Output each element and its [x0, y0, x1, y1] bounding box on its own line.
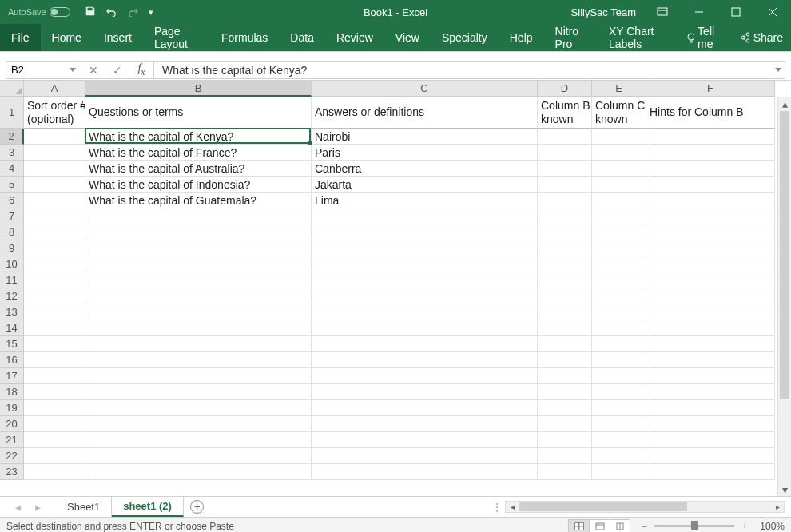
cell[interactable]: What is the capital of Kenya?: [85, 129, 312, 145]
cell[interactable]: [312, 384, 538, 400]
tab-home[interactable]: Home: [41, 24, 93, 51]
row-header-19[interactable]: 19: [0, 400, 24, 416]
cell[interactable]: [646, 240, 775, 256]
cell[interactable]: [538, 400, 592, 416]
tab-data[interactable]: Data: [279, 24, 325, 51]
cell[interactable]: What is the capital of Guatemala?: [85, 193, 312, 208]
sheet-nav-next-icon[interactable]: ▸: [35, 501, 41, 514]
cell[interactable]: [592, 177, 646, 193]
cell[interactable]: [85, 416, 312, 432]
cell[interactable]: [592, 432, 646, 448]
col-header-C[interactable]: C: [312, 81, 538, 97]
cell[interactable]: [538, 352, 592, 368]
worksheet-grid[interactable]: ABCDEF 123456789101112131415161718192021…: [0, 81, 791, 496]
add-sheet-button[interactable]: +: [184, 500, 211, 514]
cell[interactable]: [538, 432, 592, 448]
minimize-icon[interactable]: [681, 0, 717, 24]
share-button[interactable]: Share: [730, 31, 791, 44]
cell[interactable]: [646, 464, 775, 480]
row-header-21[interactable]: 21: [0, 432, 24, 448]
cell[interactable]: [592, 208, 646, 224]
row-header-1[interactable]: 1: [0, 97, 24, 129]
col-header-A[interactable]: A: [24, 81, 85, 97]
cell[interactable]: Lima: [312, 193, 538, 208]
name-box[interactable]: B2: [6, 61, 81, 79]
header-cell[interactable]: Sort order #(optional): [24, 97, 85, 129]
cell[interactable]: [646, 129, 775, 145]
cell[interactable]: [646, 208, 775, 224]
cell[interactable]: [646, 384, 775, 400]
cell[interactable]: [646, 161, 775, 177]
cell[interactable]: [85, 208, 312, 224]
row-header-10[interactable]: 10: [0, 256, 24, 272]
cell[interactable]: What is the capital of Indonesia?: [85, 177, 312, 193]
cell[interactable]: [24, 304, 85, 320]
cell[interactable]: [312, 320, 538, 336]
cell[interactable]: [24, 432, 85, 448]
cell[interactable]: [312, 256, 538, 272]
cell[interactable]: [646, 432, 775, 448]
cell[interactable]: [646, 352, 775, 368]
tab-insert[interactable]: Insert: [93, 24, 143, 51]
zoom-out-icon[interactable]: −: [638, 521, 650, 532]
header-cell[interactable]: Column Cknown: [592, 97, 646, 129]
cell[interactable]: [646, 272, 775, 288]
cell[interactable]: [538, 193, 592, 208]
sheet-nav-prev-icon[interactable]: ◂: [15, 501, 21, 514]
cell[interactable]: [538, 320, 592, 336]
cell[interactable]: [85, 432, 312, 448]
undo-icon[interactable]: [104, 6, 118, 19]
cell[interactable]: [592, 352, 646, 368]
cell[interactable]: What is the capital of France?: [85, 145, 312, 161]
customize-qat-icon[interactable]: ▾: [149, 7, 153, 18]
cell[interactable]: Paris: [312, 145, 538, 161]
cell[interactable]: [312, 288, 538, 304]
formula-input[interactable]: What is the capital of Kenya?: [154, 61, 785, 79]
splitter-icon[interactable]: ⋮: [491, 501, 502, 514]
cell[interactable]: [646, 224, 775, 240]
cell[interactable]: [592, 256, 646, 272]
cell[interactable]: [538, 288, 592, 304]
cell[interactable]: [312, 240, 538, 256]
tab-page-layout[interactable]: Page Layout: [143, 24, 210, 51]
vertical-scrollbar[interactable]: ▴ ▾: [777, 97, 791, 496]
scroll-left-icon[interactable]: ◂: [506, 502, 519, 511]
row-header-5[interactable]: 5: [0, 177, 24, 193]
cell[interactable]: [646, 177, 775, 193]
cell[interactable]: [85, 224, 312, 240]
row-header-13[interactable]: 13: [0, 304, 24, 320]
cell[interactable]: [312, 416, 538, 432]
cell[interactable]: [24, 145, 85, 161]
tab-xy-chart-labels[interactable]: XY Chart Labels: [598, 24, 678, 51]
tab-specialty[interactable]: Specialty: [431, 24, 499, 51]
cell[interactable]: [592, 384, 646, 400]
cell[interactable]: [592, 320, 646, 336]
cell[interactable]: [646, 145, 775, 161]
cell[interactable]: [538, 448, 592, 464]
save-icon[interactable]: [85, 6, 96, 19]
cell[interactable]: [312, 448, 538, 464]
cell[interactable]: [538, 145, 592, 161]
cell[interactable]: [646, 193, 775, 208]
sheet-tab-sheet1[interactable]: Sheet1: [56, 497, 112, 517]
header-cell[interactable]: Answers or definitions: [312, 97, 538, 129]
tab-file[interactable]: File: [0, 24, 41, 51]
row-header-6[interactable]: 6: [0, 193, 24, 208]
cell[interactable]: What is the capital of Australia?: [85, 161, 312, 177]
cell[interactable]: [24, 177, 85, 193]
header-cell[interactable]: Questions or terms: [85, 97, 312, 129]
cell[interactable]: [538, 129, 592, 145]
cell[interactable]: [85, 400, 312, 416]
row-header-11[interactable]: 11: [0, 272, 24, 288]
cell[interactable]: [538, 368, 592, 384]
maximize-icon[interactable]: [717, 0, 754, 24]
cell[interactable]: [538, 256, 592, 272]
tab-formulas[interactable]: Formulas: [210, 24, 279, 51]
cell[interactable]: Nairobi: [312, 129, 538, 145]
tab-nitro-pro[interactable]: Nitro Pro: [544, 24, 598, 51]
cell[interactable]: [24, 320, 85, 336]
sheet-tab-sheet1--2-[interactable]: sheet1 (2): [112, 497, 184, 517]
cell[interactable]: [312, 272, 538, 288]
cell[interactable]: [538, 161, 592, 177]
cell[interactable]: [24, 288, 85, 304]
